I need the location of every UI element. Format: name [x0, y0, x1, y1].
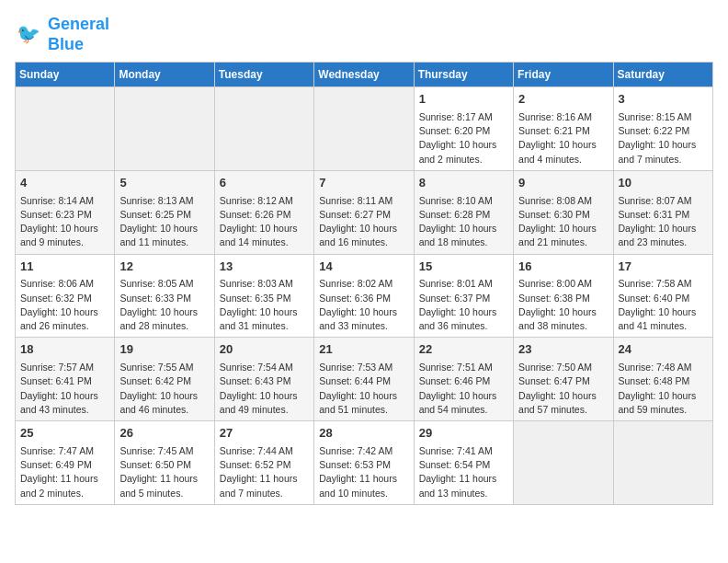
day-info: Daylight: 10 hours and 31 minutes.	[220, 305, 309, 333]
day-number: 6	[220, 175, 309, 192]
week-row-3: 11Sunrise: 8:06 AMSunset: 6:32 PMDayligh…	[16, 254, 713, 338]
day-number: 14	[319, 259, 408, 276]
day-info: Sunrise: 8:08 AM	[518, 194, 608, 208]
day-info: Sunset: 6:47 PM	[518, 374, 608, 388]
day-number: 25	[20, 425, 109, 442]
day-cell: 5Sunrise: 8:13 AMSunset: 6:25 PMDaylight…	[115, 170, 214, 254]
day-number: 13	[220, 259, 309, 276]
day-info: Daylight: 10 hours and 51 minutes.	[319, 389, 408, 417]
day-info: Sunset: 6:27 PM	[319, 208, 408, 222]
day-cell: 21Sunrise: 7:53 AMSunset: 6:44 PMDayligh…	[314, 338, 414, 421]
day-cell: 17Sunrise: 7:58 AMSunset: 6:40 PMDayligh…	[613, 254, 712, 338]
week-row-4: 18Sunrise: 7:57 AMSunset: 6:41 PMDayligh…	[16, 338, 713, 421]
col-header-sunday: Sunday	[16, 63, 115, 87]
day-cell: 2Sunrise: 8:16 AMSunset: 6:21 PMDaylight…	[514, 87, 613, 171]
day-cell: 18Sunrise: 7:57 AMSunset: 6:41 PMDayligh…	[16, 338, 115, 421]
day-info: Daylight: 11 hours and 13 minutes.	[419, 472, 508, 500]
day-info: Daylight: 10 hours and 14 minutes.	[220, 222, 309, 249]
day-info: Sunset: 6:35 PM	[220, 292, 309, 305]
day-cell: 20Sunrise: 7:54 AMSunset: 6:43 PMDayligh…	[214, 338, 313, 421]
day-info: Daylight: 10 hours and 38 minutes.	[518, 305, 608, 333]
day-cell: 12Sunrise: 8:05 AMSunset: 6:33 PMDayligh…	[115, 254, 214, 338]
day-info: Sunrise: 8:07 AM	[619, 194, 708, 208]
day-info: Daylight: 10 hours and 4 minutes.	[518, 138, 608, 166]
col-header-tuesday: Tuesday	[214, 63, 313, 87]
day-info: Sunrise: 8:15 AM	[619, 110, 708, 124]
day-info: Sunset: 6:32 PM	[20, 292, 109, 305]
day-info: Daylight: 10 hours and 11 minutes.	[119, 222, 209, 249]
day-cell: 25Sunrise: 7:47 AMSunset: 6:49 PMDayligh…	[16, 421, 115, 505]
day-cell: 6Sunrise: 8:12 AMSunset: 6:26 PMDaylight…	[214, 170, 313, 254]
day-info: Sunset: 6:41 PM	[20, 374, 109, 388]
day-cell	[214, 87, 313, 171]
day-cell	[314, 87, 414, 171]
day-info: Daylight: 10 hours and 59 minutes.	[619, 389, 708, 417]
day-cell: 4Sunrise: 8:14 AMSunset: 6:23 PMDaylight…	[16, 170, 115, 254]
day-number: 7	[319, 175, 408, 192]
day-cell: 13Sunrise: 8:03 AMSunset: 6:35 PMDayligh…	[214, 254, 313, 338]
day-info: Sunrise: 8:05 AM	[119, 277, 209, 291]
week-row-1: 1Sunrise: 8:17 AMSunset: 6:20 PMDaylight…	[16, 87, 713, 171]
day-number: 11	[20, 259, 109, 276]
day-info: Sunrise: 7:47 AM	[20, 444, 109, 458]
day-info: Sunrise: 7:44 AM	[220, 444, 309, 458]
day-info: Sunset: 6:30 PM	[518, 208, 608, 222]
day-info: Sunset: 6:23 PM	[20, 208, 109, 222]
day-info: Sunrise: 7:54 AM	[220, 361, 309, 374]
day-info: Sunrise: 7:53 AM	[319, 361, 408, 374]
svg-text:🐦: 🐦	[17, 22, 40, 46]
day-info: Sunrise: 7:55 AM	[119, 361, 209, 374]
day-info: Sunset: 6:49 PM	[20, 458, 109, 472]
day-info: Sunrise: 7:50 AM	[518, 361, 608, 374]
day-number: 4	[20, 175, 109, 192]
day-cell: 11Sunrise: 8:06 AMSunset: 6:32 PMDayligh…	[16, 254, 115, 338]
day-info: Sunrise: 7:45 AM	[119, 444, 209, 458]
day-cell	[115, 87, 214, 171]
day-cell	[613, 421, 712, 505]
week-row-5: 25Sunrise: 7:47 AMSunset: 6:49 PMDayligh…	[16, 421, 713, 505]
day-number: 28	[319, 425, 408, 442]
day-info: Sunrise: 8:00 AM	[518, 277, 608, 291]
day-number: 17	[619, 259, 708, 276]
day-cell: 15Sunrise: 8:01 AMSunset: 6:37 PMDayligh…	[414, 254, 513, 338]
day-number: 27	[220, 425, 309, 442]
day-number: 8	[419, 175, 508, 192]
day-info: Sunset: 6:20 PM	[419, 124, 508, 138]
day-info: Daylight: 10 hours and 16 minutes.	[319, 222, 408, 249]
logo: 🐦 General Blue	[15, 15, 109, 54]
day-info: Daylight: 10 hours and 36 minutes.	[419, 305, 508, 333]
day-info: Sunset: 6:37 PM	[419, 292, 508, 305]
day-cell: 23Sunrise: 7:50 AMSunset: 6:47 PMDayligh…	[514, 338, 613, 421]
day-cell: 1Sunrise: 8:17 AMSunset: 6:20 PMDaylight…	[414, 87, 513, 171]
day-info: Sunset: 6:54 PM	[419, 458, 508, 472]
day-info: Sunset: 6:48 PM	[619, 374, 708, 388]
day-cell: 26Sunrise: 7:45 AMSunset: 6:50 PMDayligh…	[115, 421, 214, 505]
day-info: Daylight: 10 hours and 7 minutes.	[619, 138, 708, 166]
day-info: Sunset: 6:25 PM	[119, 208, 209, 222]
day-number: 20	[220, 341, 309, 359]
day-info: Sunrise: 7:51 AM	[419, 361, 508, 374]
day-cell: 16Sunrise: 8:00 AMSunset: 6:38 PMDayligh…	[514, 254, 613, 338]
day-number: 21	[319, 341, 408, 359]
day-info: Sunset: 6:43 PM	[220, 374, 309, 388]
col-header-saturday: Saturday	[613, 63, 712, 87]
day-number: 22	[419, 341, 508, 359]
page-header: 🐦 General Blue	[15, 15, 713, 54]
week-row-2: 4Sunrise: 8:14 AMSunset: 6:23 PMDaylight…	[16, 170, 713, 254]
day-info: Daylight: 10 hours and 57 minutes.	[518, 389, 608, 417]
day-info: Daylight: 11 hours and 7 minutes.	[220, 472, 309, 500]
day-info: Sunset: 6:31 PM	[619, 208, 708, 222]
day-cell: 19Sunrise: 7:55 AMSunset: 6:42 PMDayligh…	[115, 338, 214, 421]
calendar-table: SundayMondayTuesdayWednesdayThursdayFrid…	[15, 62, 713, 505]
day-cell	[16, 87, 115, 171]
day-info: Daylight: 10 hours and 43 minutes.	[20, 389, 109, 417]
day-info: Sunrise: 7:48 AM	[619, 361, 708, 374]
day-number: 3	[619, 91, 708, 109]
day-info: Sunset: 6:21 PM	[518, 124, 608, 138]
day-number: 16	[518, 259, 608, 276]
day-info: Sunset: 6:52 PM	[220, 458, 309, 472]
logo-icon: 🐦	[15, 20, 44, 50]
day-number: 15	[419, 259, 508, 276]
day-info: Daylight: 10 hours and 26 minutes.	[20, 305, 109, 333]
day-info: Sunset: 6:44 PM	[319, 374, 408, 388]
